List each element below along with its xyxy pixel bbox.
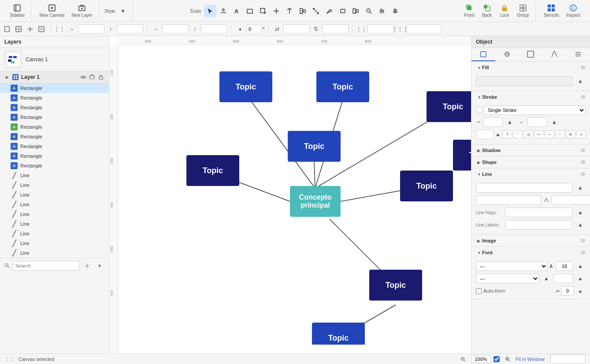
list-item[interactable]: ╱ Line xyxy=(0,171,109,180)
flip-h-tool[interactable] xyxy=(283,5,296,17)
grab-tool[interactable] xyxy=(389,5,401,17)
width-input[interactable] xyxy=(162,24,189,34)
connect-tool[interactable] xyxy=(310,5,322,17)
new-layer-button[interactable]: New Layer xyxy=(69,2,95,19)
height-input[interactable] xyxy=(201,24,227,34)
flip-horizontal-btn[interactable]: ⇄ xyxy=(272,24,282,34)
canvas-item[interactable]: Canvas 1 xyxy=(0,48,109,71)
zoom-in-btn[interactable] xyxy=(502,354,513,364)
line-labels-input[interactable] xyxy=(505,220,572,230)
sidebar-button[interactable]: Sidebar xyxy=(7,2,27,19)
stencils-button[interactable]: Stencils xyxy=(541,2,562,19)
zoom-tool[interactable] xyxy=(363,5,375,17)
eraser-tool[interactable] xyxy=(336,5,349,17)
new-canvas-button[interactable]: New Canvas xyxy=(37,2,67,19)
topic-box-t1[interactable]: Topic xyxy=(219,71,272,102)
stroke-end-up[interactable]: ▲ xyxy=(549,117,560,127)
expand-left-btn[interactable]: ⋮⋮ xyxy=(4,354,15,364)
topic-box-t3[interactable]: Topic xyxy=(427,91,471,122)
image-section-header[interactable]: ▶ Image xyxy=(471,235,590,246)
line-corner-sharp[interactable]: ◁ xyxy=(523,130,533,138)
line-labels-up[interactable]: ▲ xyxy=(575,219,586,230)
status-end-input[interactable] xyxy=(550,354,586,364)
fill-section-header[interactable]: ▾ Fill xyxy=(471,62,590,73)
list-item[interactable]: ╱ Line xyxy=(0,238,109,248)
settings-view-btn[interactable] xyxy=(25,24,35,34)
font-size-input[interactable] xyxy=(556,261,573,271)
line-style-1[interactable]: — xyxy=(534,130,544,138)
list-item[interactable]: ╱ Line xyxy=(0,209,109,219)
shape-section-header[interactable]: ▶ Shape xyxy=(471,156,590,168)
inspect-button[interactable]: i Inspect xyxy=(564,2,583,19)
list-item[interactable]: A Rectangle xyxy=(0,122,109,132)
panel-tab-extra[interactable] xyxy=(566,48,590,61)
line-corner-straight[interactable]: └ xyxy=(502,130,512,138)
grid-view-btn[interactable] xyxy=(13,24,24,34)
search-input[interactable] xyxy=(12,261,80,271)
layer-visible-icon[interactable] xyxy=(80,74,87,81)
line-style-5[interactable]: ≈ xyxy=(576,130,586,138)
canvas-view-btn[interactable] xyxy=(36,24,47,34)
list-item[interactable]: A Rectangle xyxy=(0,83,109,93)
list-item[interactable]: A Rectangle xyxy=(0,151,109,161)
zoom-input[interactable] xyxy=(471,355,491,363)
fill-input[interactable] xyxy=(476,76,572,86)
panel-tab-3[interactable] xyxy=(519,48,543,61)
settings-button[interactable] xyxy=(82,261,92,271)
flip-vertical-btn[interactable]: ⇅ xyxy=(311,24,321,34)
fill-up-btn[interactable]: ▲ xyxy=(575,76,586,86)
paint-tool[interactable] xyxy=(323,5,335,17)
list-item[interactable]: A Rectangle xyxy=(0,132,109,141)
list-item[interactable]: ╱ Line xyxy=(0,200,109,209)
shadow-section-header[interactable]: ▶ Shadow xyxy=(471,145,590,156)
list-item[interactable]: ╱ Line xyxy=(0,219,109,229)
list-item[interactable]: ╱ Line xyxy=(0,180,109,190)
flip-h-btn[interactable]: ↔ xyxy=(67,24,77,34)
mirror-tool[interactable] xyxy=(349,5,362,17)
stroke-end-input[interactable] xyxy=(527,117,547,127)
list-item[interactable]: A Rectangle xyxy=(0,103,109,112)
list-item[interactable]: A Rectangle xyxy=(0,141,109,151)
layer-print-icon[interactable] xyxy=(89,74,96,81)
stroke-offset-up[interactable]: ▲ xyxy=(495,129,501,140)
kern-up[interactable]: ▲ xyxy=(575,286,586,296)
stroke-width-input[interactable] xyxy=(483,117,503,127)
concepto-box[interactable]: Conceptoprincipal xyxy=(290,186,341,217)
stroke-section-header[interactable]: ▾ Stroke xyxy=(471,91,590,103)
topic-box-t4[interactable]: Topic xyxy=(186,155,239,186)
page-view-btn[interactable] xyxy=(2,24,12,34)
font-size-up[interactable]: ▲ xyxy=(575,261,586,271)
front-button[interactable]: Front xyxy=(461,2,477,19)
hand-tool[interactable] xyxy=(376,5,388,17)
flip-v-btn[interactable]: ↕ xyxy=(105,24,116,34)
angle-input[interactable] xyxy=(246,24,262,34)
line-hops-up[interactable]: ▲ xyxy=(575,207,586,218)
zoom-out-btn[interactable] xyxy=(458,354,468,364)
col-input2[interactable] xyxy=(406,24,442,34)
panel-tab-2[interactable] xyxy=(495,48,519,61)
group-button[interactable]: Group xyxy=(514,2,532,19)
line-style-4[interactable]: ≡ xyxy=(566,130,575,138)
font-style-select[interactable]: — xyxy=(476,274,539,283)
more-options-button[interactable]: ▾ xyxy=(95,261,104,271)
line-corner-round[interactable]: ⌒ xyxy=(513,130,523,138)
stroke-up-btn[interactable]: ▲ xyxy=(505,117,515,127)
text-tool[interactable]: A xyxy=(230,5,243,17)
position-y-input[interactable] xyxy=(117,24,143,34)
panel-tab-4[interactable] xyxy=(542,48,566,61)
select-tool[interactable] xyxy=(204,5,216,17)
topic-box-t7[interactable]: Topic xyxy=(369,270,422,301)
line-up-1[interactable]: ▲ xyxy=(575,182,586,193)
layer-lock-icon[interactable] xyxy=(97,74,104,81)
back-button[interactable]: Back xyxy=(479,2,495,19)
font-spacing-input[interactable] xyxy=(553,274,573,283)
kern-value-input[interactable] xyxy=(561,286,574,296)
shape-tool[interactable] xyxy=(244,5,256,17)
panel-tab-1[interactable] xyxy=(471,48,495,61)
topic-box-t8[interactable]: Topic xyxy=(312,323,365,345)
style-dropdown[interactable]: ▾ xyxy=(117,5,129,17)
list-item[interactable]: A Rectangle xyxy=(0,93,109,103)
list-item[interactable]: A Rectangle xyxy=(0,112,109,122)
font-section-header[interactable]: ▾ Font xyxy=(471,247,590,258)
font-up-2[interactable]: ▲ xyxy=(541,273,552,284)
